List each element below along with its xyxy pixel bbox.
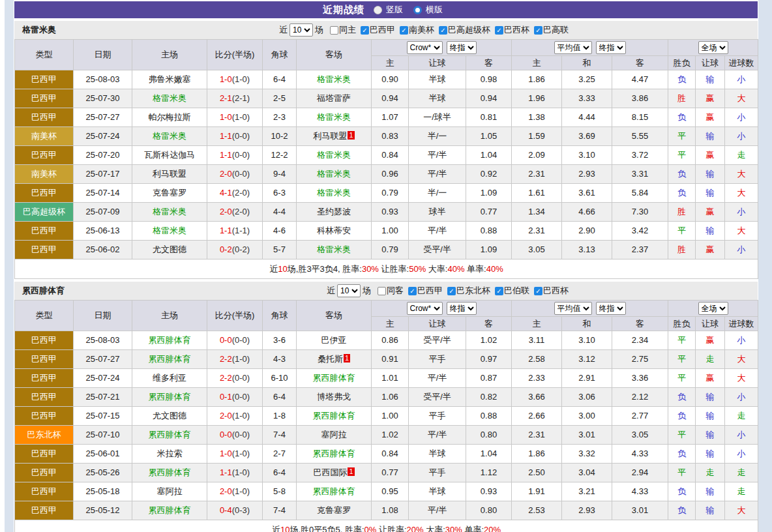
full-time-score: 2-1 [220, 93, 232, 103]
league-checkbox[interactable]: ✓ [495, 26, 503, 35]
avg-away-odds: 3.01 [612, 501, 668, 520]
league-checkbox[interactable]: ✓ [400, 26, 408, 35]
avg-away-odds: 7.30 [612, 203, 668, 222]
filter-bar: 近10场同客✓巴西甲✓巴东北杯✓巴伯联✓巴西杯 [325, 284, 569, 297]
result-outcome-value: 负 [677, 74, 686, 84]
result-goals-value: 小 [737, 430, 746, 439]
summary-segment: 场,胜0平5负5, 胜率: [290, 525, 364, 532]
handicap-line: 半/一 [409, 184, 466, 203]
horizontal-layout-radio[interactable] [413, 6, 422, 14]
match-date: 25-07-10 [74, 426, 132, 445]
column-header: 和 [562, 317, 612, 331]
recent-count-select[interactable]: 10 [337, 284, 361, 297]
handicap-away-odds: 1.09 [466, 241, 512, 259]
away-team-name: 利马联盟 [313, 131, 347, 141]
half-time-score: (1-0) [232, 467, 250, 477]
bookmaker-select[interactable]: Crow* [407, 41, 443, 54]
handicap-home-odds: 0.91 [372, 350, 409, 369]
handicap-home-odds: 0.96 [372, 165, 409, 184]
result-goals: 走 [725, 464, 758, 482]
same-venue-label: 同主 [339, 24, 356, 36]
result-goals: 小 [725, 203, 758, 222]
result-outcome: 平 [668, 222, 696, 241]
scope-select[interactable]: 全场 [698, 41, 728, 54]
corner-score: 2-5 [263, 89, 297, 108]
home-team-name: 累西腓体育 [149, 335, 191, 345]
avg-away-odds: 2.37 [612, 241, 668, 259]
scope-select[interactable]: 全场 [698, 302, 728, 315]
average-select[interactable]: 平均值 [554, 41, 592, 54]
away-team: 累西腓体育 [297, 369, 372, 388]
handicap-away-odds: 0.82 [466, 388, 512, 407]
rank-badge: 1 [348, 467, 354, 476]
away-team-name: 累西腓体育 [313, 449, 355, 458]
match-type-badge: 巴西甲 [15, 369, 74, 388]
league-checkbox[interactable]: ✓ [534, 287, 542, 295]
away-team-name: 累西腓体育 [313, 373, 355, 383]
avg-away-odds: 4.33 [612, 445, 668, 464]
result-outcome-value: 负 [677, 411, 686, 421]
league-checkbox[interactable]: ✓ [408, 287, 417, 295]
handicap-line: 球半 [409, 203, 466, 222]
column-header: 日期 [74, 301, 132, 331]
bookmaker-select[interactable]: Crow* [407, 302, 443, 315]
home-team: 尤文图德 [132, 241, 207, 259]
league-checkbox-label: 巴东北杯 [456, 285, 490, 297]
odds-time-select-2[interactable]: 终指 [596, 41, 626, 54]
odds-time-select-2[interactable]: 终指 [596, 302, 626, 315]
full-time-score: 1-1 [220, 226, 232, 235]
away-team: 格雷米奥 [297, 146, 372, 165]
same-venue-checkbox[interactable] [330, 26, 338, 35]
match-row: 巴西甲25-07-27累西腓体育2-2(1-0)4-3桑托斯10.91平手0.9… [15, 350, 758, 369]
league-checkbox[interactable]: ✓ [447, 287, 456, 295]
handicap-line: 受平/半 [409, 388, 466, 407]
odds-time-select[interactable]: 终指 [447, 302, 477, 315]
result-handicap-value: 赢 [706, 150, 715, 160]
league-checkbox[interactable]: ✓ [361, 26, 369, 35]
bookmaker-header-cell: Crow*终指 [372, 301, 512, 317]
handicap-away-odds: 0.92 [466, 165, 512, 184]
half-time-score: (1-0) [232, 112, 250, 122]
home-team: 利马联盟 [132, 165, 207, 184]
summary-segment: 20% [484, 525, 501, 532]
result-goals-value: 走 [737, 150, 746, 160]
half-time-score: (0-3) [232, 505, 250, 515]
away-team-name: 格雷米奥 [317, 150, 351, 160]
avg-draw-odds: 3.33 [562, 89, 612, 108]
home-team-name: 累西腓体育 [149, 392, 191, 402]
handicap-home-odds: 1.01 [372, 369, 409, 388]
recent-count-select[interactable]: 10 [290, 23, 313, 37]
match-score: 2-2(1-0) [207, 350, 263, 369]
home-team-name: 格雷米奥 [153, 207, 186, 216]
avg-draw-odds: 3.04 [562, 464, 612, 482]
corner-score: 7-4 [263, 501, 297, 520]
away-team: 格雷米奥 [297, 165, 372, 184]
league-checkbox[interactable]: ✓ [495, 287, 503, 295]
page-content: 近期战绩 竖版 横版 格雷米奥近10场同主✓巴西甲✓南美杯✓巴高超级杯✓巴西杯✓… [14, 1, 758, 532]
away-team-name: 累西腓体育 [313, 486, 355, 496]
odds-time-select[interactable]: 终指 [447, 41, 477, 54]
result-goals: 大 [725, 501, 758, 520]
handicap-home-odds: 1.00 [372, 407, 409, 426]
result-handicap: 赢 [696, 203, 725, 222]
result-handicap: 输 [696, 165, 725, 184]
team-section: 格雷米奥近10场同主✓巴西甲✓南美杯✓巴高超级杯✓巴西杯✓巴高联类型日期主场比分… [14, 21, 758, 279]
result-handicap-value: 输 [706, 486, 715, 496]
avg-away-odds: 3.31 [612, 165, 668, 184]
same-venue-checkbox[interactable] [378, 287, 386, 295]
result-handicap-value: 赢 [706, 112, 715, 122]
average-select[interactable]: 平均值 [554, 302, 592, 315]
match-row: 巴西甲25-08-03累西腓体育0-0(0-0)3-6巴伊亚0.86受平/半1.… [15, 331, 758, 350]
result-goals: 大 [725, 184, 758, 203]
league-checkbox[interactable]: ✓ [534, 26, 542, 35]
corner-score: 9-4 [263, 165, 297, 184]
league-checkbox[interactable]: ✓ [439, 26, 447, 35]
vertical-layout-radio[interactable] [374, 6, 382, 14]
filter-bar: 近10场同主✓巴西甲✓南美杯✓巴高超级杯✓巴西杯✓巴高联 [277, 23, 569, 37]
away-team-name: 圣约瑟波 [317, 207, 351, 216]
result-goals: 小 [725, 241, 758, 259]
home-team-name: 塞阿拉 [157, 486, 183, 496]
avg-away-odds: 3.36 [612, 369, 668, 388]
match-row: 巴西甲25-06-13格雷米奥1-1(1-1)4-6科林蒂安1.00平/半0.8… [15, 222, 758, 241]
column-header: 客 [466, 56, 512, 70]
